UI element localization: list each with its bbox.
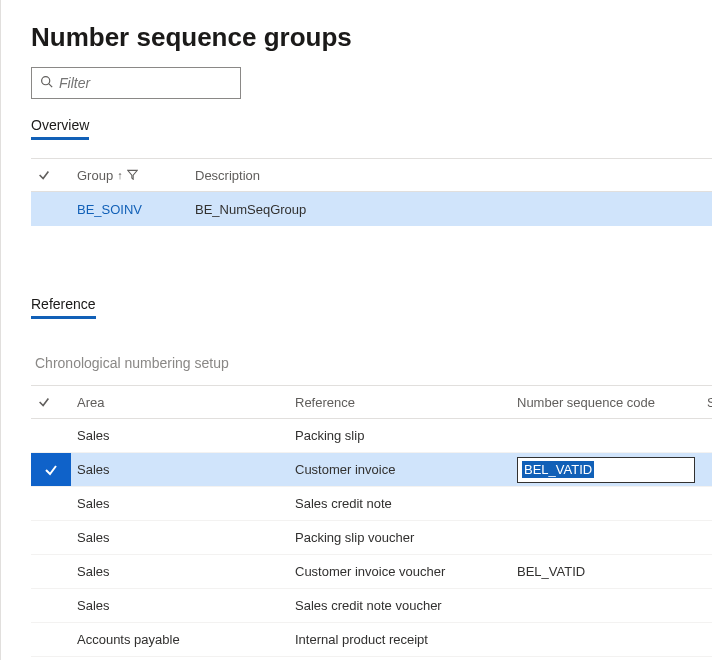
table-row[interactable]: SalesCustomer invoiceBEL_VATID bbox=[31, 453, 712, 487]
reference-cell: Packing slip bbox=[289, 428, 511, 443]
table-row[interactable]: SalesPacking slip bbox=[31, 419, 712, 453]
table-row[interactable]: SalesPacking slip voucher bbox=[31, 521, 712, 555]
area-cell: Sales bbox=[71, 530, 289, 545]
area-cell: Sales bbox=[71, 428, 289, 443]
column-header-sales-tax[interactable]: Sales tax bbox=[701, 395, 712, 410]
ns-code-input[interactable]: BEL_VATID bbox=[517, 457, 695, 483]
column-header-group[interactable]: Group ↑ bbox=[71, 168, 189, 183]
reference-cell: Customer invoice voucher bbox=[289, 564, 511, 579]
area-cell: Sales bbox=[71, 598, 289, 613]
description-cell: BE_NumSeqGroup bbox=[189, 202, 409, 217]
reference-grid: Area Reference Number sequence code Sale… bbox=[31, 385, 712, 657]
area-cell: Sales bbox=[71, 564, 289, 579]
column-header-ns-code[interactable]: Number sequence code bbox=[511, 395, 701, 410]
search-icon bbox=[40, 75, 53, 91]
row-selector[interactable] bbox=[31, 453, 71, 486]
column-header-group-label: Group bbox=[77, 168, 113, 183]
reference-grid-header: Area Reference Number sequence code Sale… bbox=[31, 385, 712, 419]
table-row[interactable]: SalesSales credit note voucher bbox=[31, 589, 712, 623]
reference-cell: Customer invoice bbox=[289, 462, 511, 477]
reference-cell: Packing slip voucher bbox=[289, 530, 511, 545]
area-cell: Accounts payable bbox=[71, 632, 289, 647]
sort-asc-icon: ↑ bbox=[117, 169, 123, 181]
reference-cell: Sales credit note voucher bbox=[289, 598, 511, 613]
reference-cell: Internal product receipt bbox=[289, 632, 511, 647]
column-header-description[interactable]: Description bbox=[189, 168, 409, 183]
table-row[interactable]: Accounts payableInternal product receipt bbox=[31, 623, 712, 657]
page-title: Number sequence groups bbox=[31, 22, 712, 53]
reference-subtitle: Chronological numbering setup bbox=[35, 355, 712, 371]
svg-marker-2 bbox=[127, 170, 137, 179]
ns-code-cell[interactable]: BEL_VATID bbox=[511, 564, 701, 579]
column-header-area[interactable]: Area bbox=[71, 395, 289, 410]
tab-overview[interactable]: Overview bbox=[31, 117, 89, 140]
select-all-checkbox[interactable] bbox=[31, 168, 71, 182]
filter-icon[interactable] bbox=[127, 169, 138, 182]
table-row[interactable]: SalesSales credit note bbox=[31, 487, 712, 521]
overview-grid-header: Group ↑ Description bbox=[31, 158, 712, 192]
table-row[interactable]: BE_SOINVBE_NumSeqGroup bbox=[31, 192, 712, 226]
select-all-checkbox[interactable] bbox=[31, 395, 71, 409]
svg-point-0 bbox=[42, 77, 50, 85]
overview-grid: Group ↑ Description BE_SOINVBE_NumSeqGro… bbox=[31, 158, 712, 226]
area-cell: Sales bbox=[71, 462, 289, 477]
column-header-reference[interactable]: Reference bbox=[289, 395, 511, 410]
filter-box[interactable] bbox=[31, 67, 241, 99]
group-cell[interactable]: BE_SOINV bbox=[71, 202, 189, 217]
tab-reference[interactable]: Reference bbox=[31, 296, 96, 319]
filter-input[interactable] bbox=[59, 75, 236, 91]
ns-code-cell[interactable]: BEL_VATID bbox=[511, 457, 701, 483]
area-cell: Sales bbox=[71, 496, 289, 511]
reference-cell: Sales credit note bbox=[289, 496, 511, 511]
svg-line-1 bbox=[49, 84, 52, 87]
table-row[interactable]: SalesCustomer invoice voucherBEL_VATID bbox=[31, 555, 712, 589]
